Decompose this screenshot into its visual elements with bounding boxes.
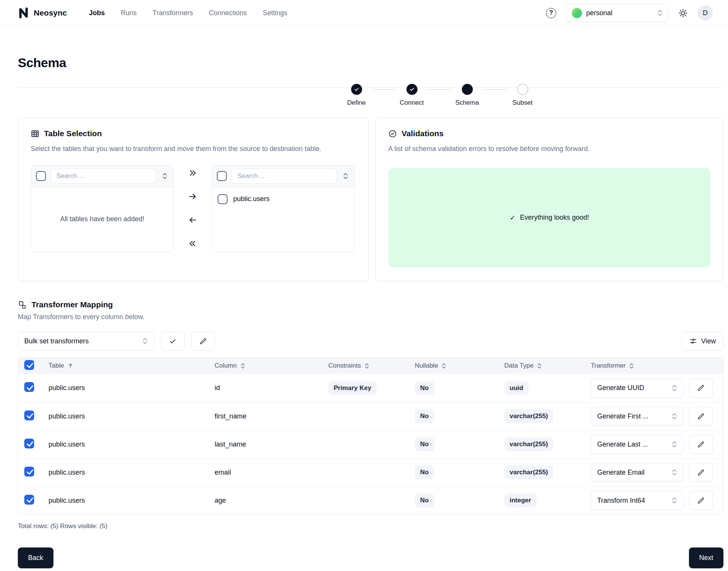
transfer-buttons	[174, 165, 212, 252]
sort-header-data-type[interactable]: Data Type	[504, 362, 579, 370]
card-title: Validations	[402, 129, 444, 138]
data-type-badge: uuid	[504, 381, 529, 395]
main-nav: Jobs Runs Transformers Connections Setti…	[89, 9, 288, 17]
chevron-up-down-icon	[629, 363, 634, 369]
sort-header-nullable[interactable]: Nullable	[415, 362, 492, 370]
transformer-select[interactable]: Transform Int64	[591, 491, 684, 510]
page-title: Schema	[18, 55, 723, 70]
sort-header-constraints[interactable]: Constraints	[328, 362, 403, 370]
source-sort-button[interactable]	[161, 171, 168, 181]
step-define[interactable]: Define	[340, 84, 373, 107]
sort-header-table[interactable]: Table	[49, 362, 202, 370]
edit-transformer-button[interactable]	[689, 491, 713, 510]
nav-item-connections[interactable]: Connections	[209, 9, 247, 17]
user-avatar[interactable]: D	[698, 5, 713, 20]
theme-toggle-sun-icon[interactable]	[678, 8, 688, 18]
destination-search-input[interactable]	[232, 168, 337, 184]
table-row: public.users age No integer Transform In…	[18, 486, 723, 514]
sort-header-column[interactable]: Column	[215, 362, 316, 370]
account-selector[interactable]: personal	[566, 4, 668, 22]
cell-column: first_name	[209, 402, 322, 430]
dual-listbox: All tables have been added!	[31, 165, 356, 252]
source-empty-message: All tables have been added!	[31, 187, 173, 252]
transformer-select[interactable]: Generate Email	[591, 463, 684, 482]
select-value: Bulk set transformers	[24, 337, 89, 345]
chevrons-right-icon	[188, 168, 197, 178]
destination-table-list: public.users	[212, 165, 355, 252]
step-connect[interactable]: Connect	[395, 84, 428, 107]
validations-card: Validations A list of schema validation …	[375, 117, 723, 281]
list-item[interactable]: public.users	[212, 190, 354, 208]
step-subset[interactable]: Subset	[506, 84, 539, 107]
select-value: Generate UUID	[597, 384, 644, 392]
cell-column: age	[209, 486, 322, 514]
move-left-button[interactable]	[185, 212, 200, 228]
chevrons-left-icon	[188, 239, 197, 248]
list-item-label: public.users	[233, 195, 270, 203]
bulk-set-transformers-select[interactable]: Bulk set transformers	[18, 332, 154, 351]
chevron-up-down-icon	[672, 440, 677, 448]
page-head: Schema Define Connect Schema	[18, 55, 723, 88]
step-current-icon	[462, 84, 473, 95]
row-checkbox[interactable]	[24, 411, 34, 420]
footer-actions: Back Next	[18, 547, 723, 571]
pencil-icon	[199, 338, 207, 345]
validation-success-message: Everything looks good!	[520, 214, 589, 222]
transformer-select[interactable]: Generate Last ...	[591, 435, 684, 454]
arrow-right-icon	[188, 192, 197, 201]
nav-item-runs[interactable]: Runs	[121, 9, 137, 17]
edit-transformer-button[interactable]	[689, 463, 713, 482]
data-type-badge: integer	[504, 494, 537, 507]
list-item-checkbox[interactable]	[218, 194, 228, 204]
edit-transformer-button[interactable]	[689, 407, 713, 426]
chevron-up-down-icon	[537, 363, 542, 369]
nav-item-jobs[interactable]: Jobs	[89, 9, 105, 17]
chevron-up-down-icon	[142, 337, 148, 345]
column-header-label: Column	[215, 362, 237, 370]
pencil-icon	[697, 413, 704, 420]
next-button[interactable]: Next	[689, 547, 723, 568]
edit-transformer-button[interactable]	[689, 379, 713, 398]
transformer-mapping-header: Transformer Mapping	[18, 300, 723, 309]
page-body: Schema Define Connect Schema	[0, 55, 728, 571]
transformer-select[interactable]: Generate UUID	[591, 379, 684, 398]
sort-header-transformer[interactable]: Transformer	[591, 362, 717, 370]
validations-header: Validations	[388, 129, 711, 138]
circle-check-icon	[388, 129, 397, 138]
move-all-left-button[interactable]	[185, 236, 200, 251]
step-complete-icon	[351, 84, 362, 95]
step-label: Connect	[400, 99, 424, 107]
account-avatar	[572, 8, 582, 18]
column-header-label: Data Type	[504, 362, 533, 370]
move-all-right-button[interactable]	[185, 165, 200, 181]
select-all-source-checkbox[interactable]	[36, 171, 46, 181]
select-all-destination-checkbox[interactable]	[217, 171, 227, 181]
nav-item-settings[interactable]: Settings	[263, 9, 287, 17]
back-button[interactable]: Back	[18, 547, 53, 568]
help-icon[interactable]: ?	[546, 8, 556, 18]
apply-bulk-transformer-button[interactable]	[161, 332, 185, 351]
nullable-badge: No	[415, 409, 434, 423]
cards-row: Table Selection Select the tables that y…	[18, 117, 723, 281]
step-connector	[428, 89, 451, 90]
sliders-icon	[689, 337, 697, 345]
row-checkbox[interactable]	[24, 439, 34, 448]
nav-item-transformers[interactable]: Transformers	[153, 9, 193, 17]
nullable-badge: No	[415, 466, 434, 479]
step-schema[interactable]: Schema	[451, 84, 483, 107]
edit-bulk-transformer-button[interactable]	[191, 332, 215, 351]
destination-sort-button[interactable]	[342, 171, 349, 181]
edit-transformer-button[interactable]	[689, 435, 713, 454]
check-icon: ✓	[510, 214, 515, 222]
select-all-rows-checkbox[interactable]	[24, 360, 34, 370]
view-options-button[interactable]: View	[682, 332, 723, 351]
source-table-list: All tables have been added!	[31, 165, 174, 252]
brand[interactable]: Neosync	[18, 7, 67, 19]
row-checkbox[interactable]	[24, 467, 34, 477]
transformer-select[interactable]: Generate First ...	[591, 407, 684, 426]
column-header-label: Transformer	[591, 362, 626, 370]
row-checkbox[interactable]	[24, 495, 34, 505]
row-checkbox[interactable]	[24, 382, 34, 392]
source-search-input[interactable]	[51, 168, 156, 184]
move-right-button[interactable]	[185, 189, 200, 204]
